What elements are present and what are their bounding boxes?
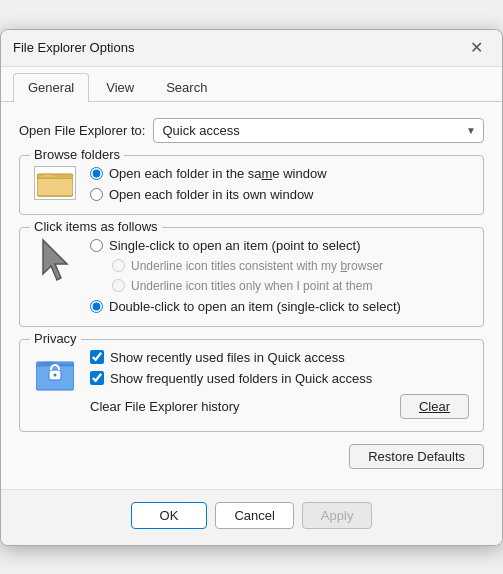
browse-radio-group: Open each folder in the same window Open… — [90, 166, 327, 202]
tab-content: Open File Explorer to: Quick access This… — [1, 102, 502, 489]
double-click-radio[interactable] — [90, 300, 103, 313]
clear-button-label: Clear — [419, 399, 450, 414]
browse-own-window-label: Open each folder in its own window — [109, 187, 314, 202]
recent-files-label: Show recently used files in Quick access — [110, 350, 345, 365]
privacy-icon — [36, 350, 74, 392]
recent-files-option[interactable]: Show recently used files in Quick access — [90, 350, 469, 365]
underline-browser-option: Underline icon titles consistent with my… — [112, 259, 401, 273]
open-to-dropdown-wrapper: Quick access This PC ▼ — [153, 118, 484, 143]
click-items-legend: Click items as follows — [30, 219, 162, 234]
tab-bar: General View Search — [1, 67, 502, 102]
folder-icon-box — [34, 166, 76, 200]
recent-files-checkbox[interactable] — [90, 350, 104, 364]
folder-icon — [37, 168, 73, 198]
click-items-group: Click items as follows Single-click to o… — [19, 227, 484, 327]
privacy-content: Show recently used files in Quick access… — [34, 350, 469, 419]
browse-folders-content: Open each folder in the same window Open… — [34, 166, 469, 202]
click-radio-group: Single-click to open an item (point to s… — [90, 238, 401, 314]
underline-browser-label: Underline icon titles consistent with my… — [131, 259, 383, 273]
svg-point-5 — [54, 373, 57, 376]
restore-defaults-label: Restore Defaults — [368, 449, 465, 464]
restore-row: Restore Defaults — [19, 444, 484, 469]
browse-own-window-option[interactable]: Open each folder in its own window — [90, 187, 327, 202]
bottom-bar: OK Cancel Apply — [1, 489, 502, 545]
frequent-folders-label: Show frequently used folders in Quick ac… — [110, 371, 372, 386]
tab-general[interactable]: General — [13, 73, 89, 102]
frequent-folders-checkbox[interactable] — [90, 371, 104, 385]
single-click-option[interactable]: Single-click to open an item (point to s… — [90, 238, 401, 253]
browse-same-window-label: Open each folder in the same window — [109, 166, 327, 181]
dialog-window: File Explorer Options ✕ General View Sea… — [0, 29, 503, 546]
privacy-options: Show recently used files in Quick access… — [90, 350, 469, 419]
browse-own-window-radio[interactable] — [90, 188, 103, 201]
underline-point-label: Underline icon titles only when I point … — [131, 279, 372, 293]
privacy-icon-box — [34, 350, 76, 400]
underline-point-radio — [112, 279, 125, 292]
browse-same-window-radio[interactable] — [90, 167, 103, 180]
open-to-label: Open File Explorer to: — [19, 123, 145, 138]
tab-view[interactable]: View — [91, 73, 149, 101]
underline-browser-radio — [112, 259, 125, 272]
clear-history-label: Clear File Explorer history — [90, 399, 240, 414]
clear-button[interactable]: Clear — [400, 394, 469, 419]
ok-button[interactable]: OK — [131, 502, 208, 529]
single-click-label: Single-click to open an item (point to s… — [109, 238, 360, 253]
open-to-row: Open File Explorer to: Quick access This… — [19, 118, 484, 143]
restore-defaults-button[interactable]: Restore Defaults — [349, 444, 484, 469]
window-title: File Explorer Options — [13, 40, 134, 55]
underline-point-option: Underline icon titles only when I point … — [112, 279, 401, 293]
open-to-select[interactable]: Quick access This PC — [153, 118, 484, 143]
single-click-radio[interactable] — [90, 239, 103, 252]
cancel-button[interactable]: Cancel — [215, 502, 293, 529]
tab-search[interactable]: Search — [151, 73, 222, 101]
close-button[interactable]: ✕ — [462, 38, 490, 58]
window-controls: ✕ — [462, 38, 490, 58]
click-items-content: Single-click to open an item (point to s… — [34, 238, 469, 314]
privacy-checkbox-group: Show recently used files in Quick access… — [90, 350, 469, 386]
clear-history-row: Clear File Explorer history Clear — [90, 394, 469, 419]
frequent-folders-option[interactable]: Show frequently used folders in Quick ac… — [90, 371, 469, 386]
cursor-icon — [37, 238, 73, 284]
double-click-option[interactable]: Double-click to open an item (single-cli… — [90, 299, 401, 314]
svg-marker-2 — [43, 240, 67, 280]
cursor-icon-box — [34, 238, 76, 288]
browse-folders-legend: Browse folders — [30, 147, 124, 162]
title-bar: File Explorer Options ✕ — [1, 30, 502, 67]
double-click-label: Double-click to open an item (single-cli… — [109, 299, 401, 314]
browse-folders-group: Browse folders Open each folder in the s… — [19, 155, 484, 215]
privacy-legend: Privacy — [30, 331, 81, 346]
privacy-group: Privacy — [19, 339, 484, 432]
browse-same-window-option[interactable]: Open each folder in the same window — [90, 166, 327, 181]
svg-rect-1 — [37, 178, 73, 196]
apply-button: Apply — [302, 502, 373, 529]
